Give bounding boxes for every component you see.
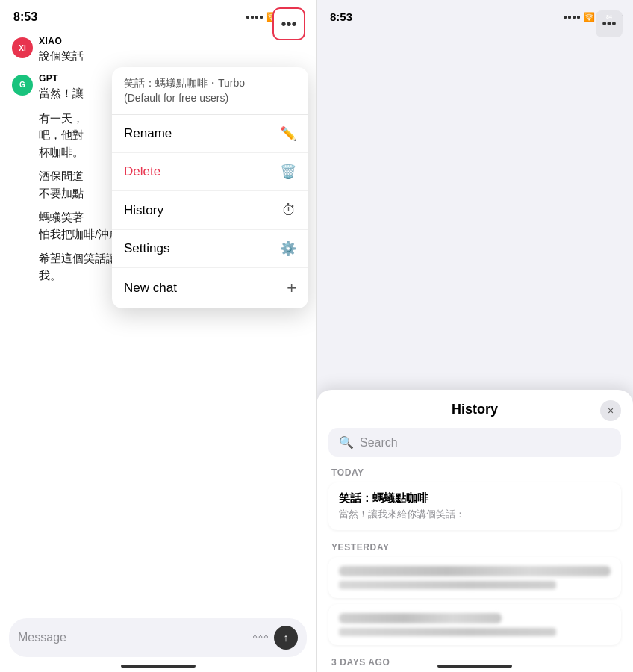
section-label-yesterday: YESTERDAY <box>328 542 621 553</box>
right-wifi-icon: 🛜 <box>584 12 595 22</box>
rename-icon: ✏️ <box>280 125 296 142</box>
search-input-placeholder: Search <box>360 436 398 449</box>
avatar-gpt: G <box>12 75 33 96</box>
avatar-xiao: XI <box>12 37 33 58</box>
search-bar[interactable]: 🔍 Search <box>328 428 621 457</box>
history-label: History <box>124 203 163 218</box>
input-placeholder-text: Message <box>18 631 247 644</box>
menu-item-new-chat[interactable]: New chat + <box>112 268 308 308</box>
history-title: History <box>452 402 498 417</box>
blurred-title-1 <box>339 566 611 576</box>
history-header: History × <box>316 390 633 423</box>
history-item-preview-1: 當然！讓我來給你講個笑話： <box>339 508 611 521</box>
history-item-title-1: 笑話：螞蟻點咖啡 <box>339 491 611 505</box>
three-dots-icon: ••• <box>281 16 296 33</box>
search-icon: 🔍 <box>339 435 354 449</box>
blurred-preview-1 <box>339 581 556 589</box>
message-text-xiao: 說個笑話 <box>39 48 304 64</box>
settings-label: Settings <box>124 241 169 256</box>
rename-label: Rename <box>124 126 172 141</box>
menu-item-rename[interactable]: Rename ✏️ <box>112 115 308 153</box>
close-icon: × <box>608 405 614 417</box>
blurred-title-2 <box>339 613 502 623</box>
history-close-button[interactable]: × <box>600 400 621 421</box>
dropdown-menu: 笑話：螞蟻點咖啡・Turbo (Default for free users) … <box>112 67 308 308</box>
message-row-xiao: XI XIAO 說個笑話 <box>12 36 304 64</box>
section-label-today: TODAY <box>328 467 621 478</box>
message-input-bar[interactable]: Message 〰 ↑ <box>9 618 307 657</box>
dropdown-header-text: 笑話：螞蟻點咖啡・Turbo (Default for free users) <box>124 76 296 105</box>
send-icon: ↑ <box>284 632 289 644</box>
history-section-yesterday: YESTERDAY <box>316 542 633 657</box>
delete-label: Delete <box>124 164 160 179</box>
menu-item-delete[interactable]: Delete 🗑️ <box>112 153 308 191</box>
right-time: 8:53 <box>330 10 352 23</box>
new-chat-icon: + <box>287 279 296 298</box>
settings-icon: ⚙️ <box>280 240 296 257</box>
history-section-today: TODAY 笑話：螞蟻點咖啡 當然！讓我來給你講個笑話： <box>316 467 633 542</box>
message-content-xiao: XIAO 說個笑話 <box>39 36 304 64</box>
home-indicator-left <box>121 665 196 668</box>
delete-icon: 🗑️ <box>280 164 296 180</box>
home-indicator-right <box>437 665 512 668</box>
voice-icon[interactable]: 〰 <box>253 629 268 647</box>
history-item-today-1[interactable]: 笑話：螞蟻點咖啡 當然！讓我來給你講個笑話： <box>328 482 621 530</box>
blurred-preview-2 <box>339 628 556 636</box>
dropdown-header: 笑話：螞蟻點咖啡・Turbo (Default for free users) <box>112 67 308 115</box>
menu-item-settings[interactable]: Settings ⚙️ <box>112 230 308 268</box>
right-panel: 8:53 🛜 84 ••• History × 🔍 <box>316 0 633 672</box>
right-status-bar: 8:53 🛜 84 <box>316 0 633 28</box>
history-icon: ⏱ <box>281 202 296 219</box>
left-time: 8:53 <box>13 10 37 24</box>
right-signal-icon <box>564 16 580 19</box>
send-button[interactable]: ↑ <box>274 626 298 650</box>
history-item-yesterday-2[interactable] <box>328 604 621 645</box>
three-dots-button[interactable]: ••• <box>272 7 305 40</box>
signal-icon <box>246 16 263 19</box>
new-chat-label: New chat <box>124 281 177 296</box>
history-modal: History × 🔍 Search TODAY 笑話：螞蟻點咖啡 當然！讓我來… <box>316 390 633 672</box>
left-status-bar: 8:53 🛜 84 <box>0 0 316 28</box>
right-battery-level: 84 <box>606 14 612 19</box>
history-item-yesterday-1[interactable] <box>328 557 621 598</box>
menu-item-history[interactable]: History ⏱ <box>112 191 308 230</box>
sender-xiao: XIAO <box>39 36 304 46</box>
left-panel: 8:53 🛜 84 XI XIAO 說個笑話 G <box>0 0 316 672</box>
